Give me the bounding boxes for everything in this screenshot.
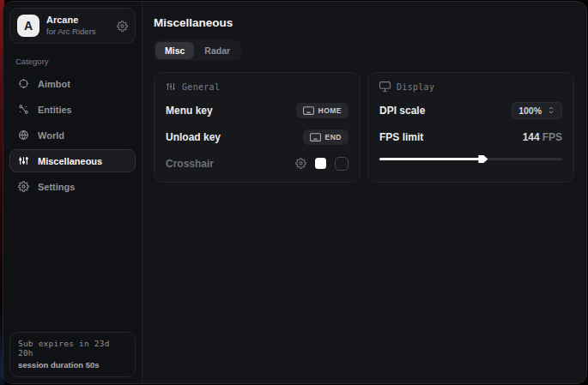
card-title: General (182, 82, 220, 92)
sidebar-item-label: Settings (38, 182, 75, 192)
keybind-value: END (325, 133, 342, 141)
slider-thumb[interactable] (478, 154, 488, 164)
gear-icon[interactable] (295, 158, 306, 169)
select-value: 100% (518, 105, 542, 116)
chevrons-up-down-icon (547, 105, 555, 115)
sidebar-item-label: Miscellaneous (38, 156, 102, 166)
slider-fill (379, 158, 483, 160)
crosshair-row: Crosshair (166, 155, 349, 171)
app-subtitle: for Arc Riders (46, 27, 96, 37)
entities-icon (18, 104, 29, 115)
app-logo: A (17, 15, 39, 37)
menu-key-button[interactable]: HOME (296, 103, 349, 118)
general-card: General Menu key HOME Unload key (154, 72, 361, 183)
crosshair-checkbox[interactable] (335, 157, 349, 171)
general-card-header: General (166, 81, 349, 92)
row-label: Menu key (166, 105, 213, 117)
fps-number: 144 (523, 131, 540, 143)
gear-icon (18, 181, 29, 192)
display-card-header: Display (379, 81, 562, 92)
sidebar-item-label: Aimbot (38, 79, 70, 89)
page-title: Miscellaneous (154, 16, 574, 29)
sliders-icon (18, 155, 29, 166)
sidebar-item-miscellaneous[interactable]: Miscellaneous (9, 149, 136, 172)
fps-unit: FPS (543, 131, 562, 143)
unload-key-row: Unload key END (166, 129, 349, 145)
session-duration-text: session duration 50s (18, 360, 127, 370)
dpi-scale-row: DPI scale 100% (379, 102, 562, 118)
sidebar-item-entities[interactable]: Entities (9, 98, 136, 121)
main-content: Miscellaneous Misc Radar General Menu ke… (142, 2, 586, 383)
card-title: Display (397, 82, 434, 92)
globe-icon (18, 129, 29, 141)
fps-limit-value: 144FPS (523, 131, 562, 143)
fps-limit-slider[interactable] (379, 153, 562, 164)
sidebar: A Arcane for Arc Riders Category Aimbot … (3, 2, 142, 383)
sidebar-item-label: Entities (38, 105, 72, 115)
dpi-scale-select[interactable]: 100% (512, 102, 562, 119)
row-label: DPI scale (379, 105, 425, 117)
display-card: Display DPI scale 100% FPS limit 144FPS (367, 72, 574, 183)
app-window: A Arcane for Arc Riders Category Aimbot … (3, 1, 587, 384)
tab-radar[interactable]: Radar (195, 42, 239, 59)
crosshair-color-swatch[interactable] (315, 158, 326, 169)
keyboard-icon (303, 106, 314, 115)
menu-key-row: Menu key HOME (166, 102, 349, 118)
cards-row: General Menu key HOME Unload key (154, 72, 574, 183)
profile-text: Arcane for Arc Riders (46, 15, 96, 37)
row-label: Unload key (166, 131, 221, 143)
fps-limit-row: FPS limit 144FPS (379, 129, 562, 145)
sub-expiry-text: Sub expires in 23d 20h (18, 339, 127, 358)
tab-bar: Misc Radar (154, 40, 241, 61)
row-label: FPS limit (379, 131, 423, 143)
profile-card: A Arcane for Arc Riders (9, 8, 136, 44)
sidebar-item-label: World (38, 130, 64, 141)
category-label: Category (15, 57, 130, 66)
sidebar-item-settings[interactable]: Settings (9, 175, 136, 198)
sliders-icon (166, 81, 176, 92)
sidebar-item-world[interactable]: World (9, 123, 136, 147)
monitor-icon (379, 81, 391, 92)
crosshair-controls (295, 157, 349, 171)
keybind-value: HOME (318, 106, 342, 115)
keyboard-icon (310, 133, 321, 141)
tab-misc[interactable]: Misc (155, 42, 194, 59)
unload-key-button[interactable]: END (303, 129, 349, 145)
subscription-info-card: Sub expires in 23d 20h session duration … (9, 332, 136, 377)
sidebar-item-aimbot[interactable]: Aimbot (9, 72, 136, 95)
row-label: Crosshair (166, 158, 214, 170)
app-title: Arcane (46, 15, 96, 27)
crosshair-icon (18, 78, 29, 89)
gear-icon[interactable] (117, 21, 128, 32)
